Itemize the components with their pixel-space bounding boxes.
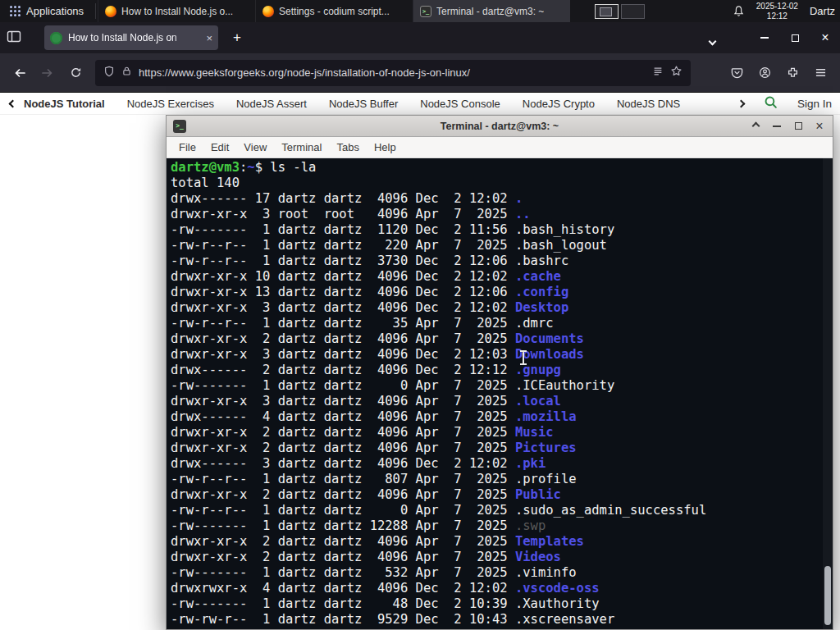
panel-clock[interactable]: 2025-12-02 12:12	[756, 2, 798, 21]
file-name: .xscreensaver	[515, 612, 614, 627]
forward-button[interactable]	[34, 61, 61, 85]
site-nav-link[interactable]: NodeJS Console	[420, 98, 500, 110]
applications-menu-button[interactable]: Applications	[0, 0, 94, 22]
ls-entry: drwxr-xr-x 3 dartz dartz 4096 Apr 7 2025…	[171, 394, 821, 409]
account-icon[interactable]	[751, 61, 778, 85]
terminal-screen[interactable]: dartz@vm3:~$ ls -latotal 140drwx------ 1…	[167, 158, 833, 629]
ls-entry: drwxr-xr-x 2 dartz dartz 4096 Apr 7 2025…	[171, 534, 821, 550]
menu-edit[interactable]: Edit	[203, 141, 236, 153]
applications-icon	[10, 6, 21, 16]
back-button[interactable]	[7, 61, 33, 85]
url-bar[interactable]: https://www.geeksforgeeks.org/node-js/in…	[95, 60, 691, 86]
terminal-prompt-line: dartz@vm3:~$ ls -la	[171, 160, 821, 176]
tracking-shield-icon[interactable]	[103, 65, 115, 81]
pocket-icon[interactable]	[724, 61, 750, 85]
terminal-app-icon	[173, 120, 186, 133]
taskbar-button-label: How to Install Node.js o...	[121, 6, 233, 17]
file-name: Music	[515, 425, 554, 440]
workspace-1[interactable]	[595, 4, 619, 19]
site-nav-link[interactable]: NodeJS Tutorial	[24, 98, 105, 110]
site-nav-link[interactable]: NodeJS Exercises	[127, 98, 214, 110]
ls-entry: drwxr-xr-x 10 dartz dartz 4096 Dec 2 12:…	[171, 269, 821, 285]
window-maximize-button[interactable]	[787, 30, 803, 46]
firefox-view-button[interactable]	[7, 30, 21, 46]
sign-in-link[interactable]: Sign In	[797, 98, 832, 110]
site-nav-link[interactable]: NodeJS Crypto	[523, 98, 595, 110]
terminal-window-controls	[750, 120, 833, 133]
terminal-close-button[interactable]	[814, 120, 825, 133]
menu-view[interactable]: View	[236, 141, 274, 153]
terminal-shade-button[interactable]	[750, 120, 761, 133]
browser-tab[interactable]: How to Install Node.js on	[44, 25, 218, 50]
reload-button[interactable]	[62, 61, 89, 85]
menu-help[interactable]: Help	[367, 141, 404, 153]
ls-entry: -rw-r--r-- 1 dartz dartz 3730 Dec 2 12:0…	[171, 253, 821, 269]
tab-title: How to Install Node.js on	[68, 32, 200, 43]
ls-entry: drwxr-xr-x 2 dartz dartz 4096 Apr 7 2025…	[171, 550, 821, 565]
notification-bell-icon[interactable]	[733, 5, 745, 17]
taskbar-button[interactable]: How to Install Node.js o...	[98, 0, 255, 22]
file-name: .viminfo	[515, 565, 577, 580]
site-search-icon[interactable]	[764, 95, 778, 112]
ls-entry: drwxr-xr-x 2 dartz dartz 4096 Apr 7 2025…	[171, 425, 821, 441]
terminal-title: Terminal - dartz@vm3: ~	[167, 121, 833, 132]
file-name: .bash_history	[515, 222, 614, 237]
lock-icon[interactable]	[121, 65, 132, 80]
workspace-2[interactable]	[621, 4, 645, 19]
new-tab-button[interactable]	[227, 28, 247, 48]
file-name: Pictures	[515, 441, 577, 455]
nav-scroll-left-icon[interactable]	[10, 101, 16, 107]
panel-separator	[95, 3, 96, 19]
file-name: ..	[515, 207, 531, 221]
file-name: .config	[515, 285, 568, 299]
taskbar-button[interactable]: Terminal - dartz@vm3: ~	[413, 0, 570, 22]
firefox-icon	[105, 6, 116, 17]
site-nav-link[interactable]: NodeJS Assert	[236, 98, 307, 110]
file-name: Videos	[515, 550, 561, 564]
user-menu[interactable]: Dartz	[810, 5, 835, 17]
bookmark-star-icon[interactable]	[670, 65, 682, 80]
terminal-minimize-button[interactable]	[771, 120, 783, 133]
site-nav-link[interactable]: NodeJS DNS	[617, 98, 680, 110]
file-name: .cache	[515, 269, 561, 284]
top-panel: Applications How to Install Node.js o...…	[0, 0, 840, 22]
site-nav-items: NodeJS TutorialNodeJS ExercisesNodeJS As…	[24, 98, 699, 110]
terminal-scrollbar[interactable]	[823, 158, 833, 629]
tab-close-icon[interactable]	[206, 32, 212, 44]
terminal-maximize-button[interactable]	[792, 120, 804, 133]
reader-view-icon[interactable]	[652, 66, 664, 80]
url-text[interactable]: https://www.geeksforgeeks.org/node-js/in…	[139, 66, 646, 79]
ls-entry: drwx------ 17 dartz dartz 4096 Dec 2 12:…	[171, 191, 821, 207]
file-name: Documents	[515, 331, 584, 346]
ls-entry: drwxr-xr-x 2 dartz dartz 4096 Apr 7 2025…	[171, 331, 821, 347]
terminal-titlebar[interactable]: Terminal - dartz@vm3: ~	[167, 116, 833, 137]
list-tabs-chevron-icon[interactable]	[710, 33, 715, 48]
ls-entry: drwx------ 2 dartz dartz 4096 Dec 2 12:1…	[171, 363, 821, 378]
window-minimize-button[interactable]	[756, 30, 773, 46]
terminal-window: Terminal - dartz@vm3: ~ FileEditViewTerm…	[166, 115, 833, 630]
site-nav-link[interactable]: NodeJS Buffer	[329, 98, 398, 110]
file-name: .local	[515, 394, 561, 409]
scrollbar-thumb[interactable]	[824, 566, 831, 625]
clock-date: 2025-12-02	[756, 2, 798, 11]
menu-terminal[interactable]: Terminal	[274, 141, 329, 153]
file-name: .pki	[515, 456, 546, 471]
browser-toolbar: https://www.geeksforgeeks.org/node-js/in…	[0, 53, 840, 93]
ls-entry: drwx------ 3 dartz dartz 4096 Dec 2 12:0…	[171, 456, 821, 472]
menu-hamburger-icon[interactable]	[807, 61, 833, 85]
nav-scroll-right-icon[interactable]	[738, 101, 744, 107]
taskbar: How to Install Node.js o...Settings - co…	[98, 0, 570, 22]
ls-entry: -rw-r--r-- 1 dartz dartz 807 Apr 7 2025 …	[171, 472, 821, 487]
extensions-icon[interactable]	[779, 61, 806, 85]
ls-entry: -rw-rw-r-- 1 dartz dartz 9529 Dec 2 10:4…	[171, 612, 821, 628]
menu-file[interactable]: File	[171, 141, 203, 153]
menu-tabs[interactable]: Tabs	[329, 141, 366, 153]
ls-entry: -rw-r--r-- 1 dartz dartz 35 Apr 7 2025 .…	[171, 316, 821, 331]
workspace-switcher[interactable]	[595, 0, 645, 22]
ls-total-line: total 140	[171, 176, 821, 191]
window-close-button[interactable]	[817, 30, 833, 46]
taskbar-button[interactable]: Settings - codium script...	[255, 0, 413, 22]
ls-entry: -rw------- 1 dartz dartz 532 Apr 7 2025 …	[171, 565, 821, 581]
ls-entry: -rw------- 1 dartz dartz 48 Dec 2 10:39 …	[171, 596, 821, 612]
file-name: .Xauthority	[515, 596, 600, 611]
